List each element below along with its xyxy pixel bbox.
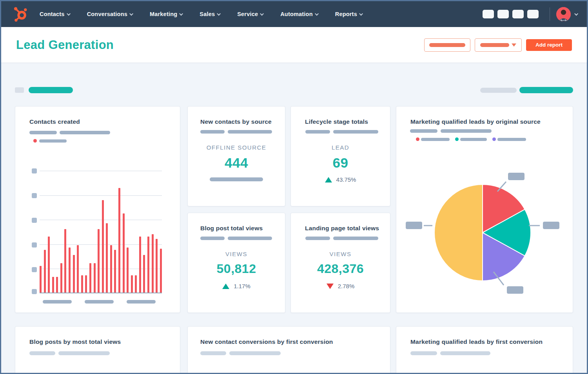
divider (550, 7, 550, 21)
chevron-down-icon[interactable] (574, 12, 578, 16)
metric-delta: 2.78% (291, 283, 390, 289)
metric-value: 50,812 (188, 262, 285, 276)
report-title: New contacts by source (200, 118, 272, 125)
primary-nav: Contacts Conversations Marketing Sales S… (40, 11, 363, 17)
metric-delta: 1.17% (188, 283, 285, 289)
filter-checkbox-placeholder[interactable] (15, 87, 24, 93)
chevron-down-icon (129, 12, 133, 16)
subtitle-placeholder (200, 351, 226, 355)
y-tick-placeholder (32, 218, 37, 223)
user-avatar[interactable] (556, 7, 571, 22)
pie-slices (434, 184, 531, 281)
nav-item-contacts[interactable]: Contacts (40, 11, 71, 17)
metric-value: 69 (291, 155, 390, 171)
bar (118, 188, 120, 293)
bar (94, 263, 96, 293)
nav-utility-area (479, 7, 578, 22)
button-label-placeholder (480, 43, 509, 47)
report-card-lifecycle-stage-totals: Lifecycle stage totals LEAD 69 43.75% (290, 106, 390, 206)
subtitle-placeholder (305, 130, 330, 134)
chevron-down-icon (359, 12, 363, 16)
subtitle-placeholder (229, 351, 281, 355)
bar (89, 263, 91, 293)
toolbar-icon-placeholder[interactable] (512, 10, 524, 18)
top-navigation: Contacts Conversations Marketing Sales S… (1, 1, 587, 27)
report-title: Marketing qualified leads by original so… (410, 118, 541, 125)
pie-chart (396, 157, 573, 302)
nav-item-service[interactable]: Service (237, 11, 264, 17)
toolbar-icon-placeholder[interactable] (527, 10, 539, 18)
nav-item-reports[interactable]: Reports (335, 11, 363, 17)
nav-label: Reports (335, 11, 357, 17)
y-tick-placeholder (32, 242, 37, 248)
dashboard-actions-dropdown[interactable] (475, 38, 522, 52)
legend-swatch (416, 137, 419, 141)
delta-value: 43.75% (336, 176, 356, 183)
bar-chart (40, 171, 162, 293)
bar (135, 275, 137, 293)
subtitle-placeholder (333, 237, 378, 240)
chevron-down-icon (315, 12, 319, 16)
report-title: New contact conversions by first convers… (200, 338, 333, 345)
bar (127, 248, 129, 293)
date-filter-placeholder[interactable] (29, 87, 73, 93)
app-window: Contacts Conversations Marketing Sales S… (0, 0, 588, 374)
subtitle-placeholder (228, 130, 272, 134)
bar (152, 234, 154, 293)
nav-item-sales[interactable]: Sales (200, 11, 221, 17)
hubspot-logo-icon[interactable] (11, 5, 29, 23)
add-report-button[interactable]: Add report (526, 39, 572, 51)
bar (56, 277, 58, 293)
trend-up-icon (325, 177, 332, 182)
subtitle-placeholder (58, 351, 110, 355)
report-card-mql-by-original-source: Marketing qualified leads by original so… (396, 106, 573, 313)
toolbar-icon-placeholder[interactable] (497, 10, 509, 18)
bar (60, 263, 62, 293)
bar (143, 255, 145, 293)
bar (69, 248, 71, 293)
bar (52, 277, 54, 293)
legend-label-placeholder (421, 138, 450, 141)
button-label-placeholder (429, 43, 465, 47)
report-title: Blog posts by most total views (29, 338, 121, 345)
subtitle-placeholder (228, 237, 272, 240)
chevron-down-icon (217, 12, 221, 16)
delta-value: 1.17% (234, 283, 250, 289)
metric-delta: 43.75% (291, 176, 390, 183)
subtitle-placeholder (60, 131, 110, 134)
bar (156, 239, 158, 293)
report-card-mql-by-first-conversion: Marketing qualified leads by first conve… (396, 326, 573, 374)
toolbar-icon-placeholder[interactable] (483, 10, 494, 18)
nav-item-marketing[interactable]: Marketing (150, 11, 183, 17)
chevron-down-icon (67, 12, 71, 16)
report-title: Blog post total views (200, 225, 263, 232)
subtitle-placeholder (440, 351, 490, 355)
chevron-down-icon (179, 12, 183, 16)
report-title: Marketing qualified leads by first conve… (410, 338, 543, 345)
delta-value: 2.78% (338, 283, 355, 289)
legend-swatch (455, 137, 459, 141)
metric-footer-placeholder (210, 177, 263, 181)
trend-up-icon (222, 284, 229, 289)
dashboard-filter-button[interactable] (424, 38, 470, 52)
caret-down-icon (512, 43, 516, 47)
trend-down-icon (327, 284, 334, 289)
bar (85, 275, 87, 293)
subtitle-placeholder (305, 237, 330, 240)
bar (147, 237, 149, 293)
nav-label: Sales (200, 11, 215, 17)
nav-item-automation[interactable]: Automation (280, 11, 319, 17)
nav-label: Marketing (150, 11, 177, 17)
nav-item-conversations[interactable]: Conversations (87, 11, 133, 17)
bar (110, 245, 112, 293)
legend-label-placeholder (460, 138, 487, 141)
chevron-down-icon (260, 12, 264, 16)
subtitle-placeholder (333, 130, 378, 134)
report-title: Lifecycle stage totals (305, 118, 368, 125)
y-tick-placeholder (32, 193, 37, 198)
metric-value: 428,376 (291, 262, 390, 276)
share-filter-placeholder[interactable] (519, 87, 573, 93)
nav-label: Contacts (40, 11, 65, 17)
report-title: Landing page total views (305, 225, 379, 232)
legend-label-placeholder (497, 138, 526, 141)
